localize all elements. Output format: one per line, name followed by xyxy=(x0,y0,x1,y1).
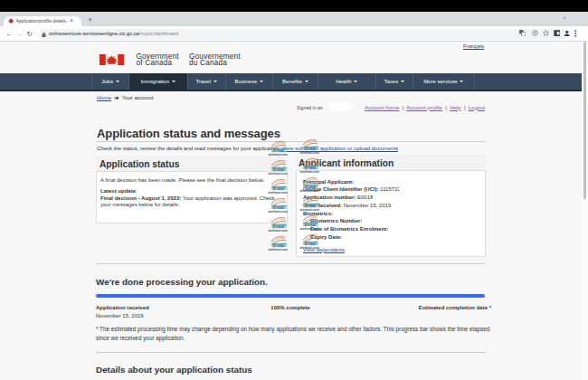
svg-text:pimlmgt.com: pimlmgt.com xyxy=(269,210,288,213)
svg-text:pimlmgt.com: pimlmgt.com xyxy=(300,189,319,192)
svg-text:pimlmgt.com: pimlmgt.com xyxy=(269,191,288,194)
svg-text:pimlmgt.com: pimlmgt.com xyxy=(300,246,319,249)
svg-text:pimlmgt.com: pimlmgt.com xyxy=(269,172,288,175)
svg-text:pimlmgt.com: pimlmgt.com xyxy=(300,151,319,154)
svg-text:pimlmgt.com: pimlmgt.com xyxy=(300,227,319,230)
svg-text:pimlmgt.com: pimlmgt.com xyxy=(269,153,288,156)
svg-text:pimlmgt.com: pimlmgt.com xyxy=(269,229,288,232)
svg-text:pimlmgt.com: pimlmgt.com xyxy=(269,248,288,251)
svg-text:pimlmgt.com: pimlmgt.com xyxy=(300,170,319,173)
svg-text:pimlmgt.com: pimlmgt.com xyxy=(300,208,319,211)
